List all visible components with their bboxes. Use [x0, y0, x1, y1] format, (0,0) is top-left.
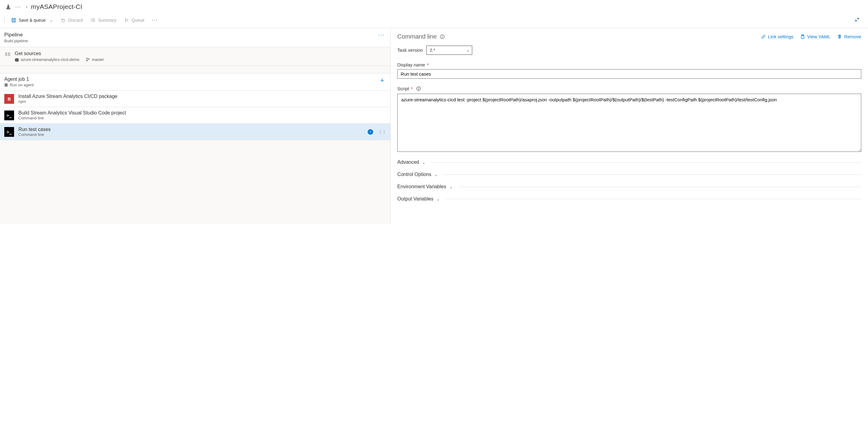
toolbar-right [853, 15, 864, 25]
get-sources-row[interactable]: Get sources azure-streamanalytics-cicd-d… [0, 47, 390, 66]
script-textarea[interactable] [397, 94, 861, 152]
task-title: Build Stream Analytics Visual Studio Cod… [18, 110, 126, 116]
breadcrumb-title: myASAProject-CI [31, 3, 82, 10]
env-vars-label: Environment Variables [397, 184, 446, 189]
collapse-fullscreen-button[interactable] [853, 15, 861, 25]
list-icon [91, 18, 95, 23]
required-asterisk: * [427, 62, 429, 67]
display-name-label: Display name [397, 62, 425, 67]
branch-info: master [86, 57, 104, 62]
control-options-section-toggle[interactable]: Control Options ⌄ [397, 172, 861, 177]
remove-label: Remove [844, 34, 861, 39]
svg-point-3 [87, 60, 88, 61]
pipeline-header-row[interactable]: Pipeline Build pipeline ··· [0, 28, 390, 47]
env-vars-section-toggle[interactable]: Environment Variables ⌄ [397, 184, 861, 189]
trash-icon [837, 34, 842, 39]
link-settings-button[interactable]: Link settings [761, 34, 794, 39]
chevron-down-icon: ⌄ [48, 18, 53, 22]
task-subtitle: Command line [18, 132, 51, 137]
toolbar: Save & queue ⌄ Discard Summary Queue ··· [0, 15, 868, 28]
drag-handle[interactable]: ⋮⋮ [377, 131, 386, 133]
discard-button[interactable]: Discard [58, 16, 86, 25]
toolbar-more-button[interactable]: ··· [149, 16, 160, 25]
advanced-section-toggle[interactable]: Advanced ⌄ [397, 159, 861, 165]
summary-button[interactable]: Summary [88, 16, 119, 25]
task-title: Run test cases [18, 127, 51, 132]
save-queue-button[interactable]: Save & queue ⌄ [8, 16, 56, 25]
save-queue-label: Save & queue [19, 18, 45, 23]
agent-job-subtitle: Run on agent [10, 83, 34, 87]
chevron-down-icon: ⌄ [436, 197, 440, 201]
sources-icon [4, 51, 11, 58]
add-task-button[interactable]: + [378, 77, 386, 85]
task-version-value: 2.* [430, 48, 435, 53]
task-valid-check-icon: ✓ [368, 129, 373, 135]
section-line [431, 162, 861, 163]
commandline-icon: >_ [4, 127, 14, 137]
collapse-icon [855, 17, 860, 22]
get-sources-title: Get sources [15, 51, 104, 56]
required-asterisk: * [411, 86, 412, 91]
link-icon [761, 34, 766, 39]
section-line [458, 187, 861, 187]
clipboard-icon [800, 34, 805, 39]
agent-job-row[interactable]: Agent job 1 Run on agent + [0, 73, 390, 91]
task-subtitle: npm [18, 99, 118, 104]
output-vars-section-toggle[interactable]: Output Variables ⌄ [397, 196, 861, 202]
task-row-selected[interactable]: >_ Run test cases Command line ✓ ⋮⋮ [0, 124, 390, 140]
undo-icon [61, 18, 66, 23]
agent-job-title: Agent job 1 [4, 77, 34, 82]
view-yaml-button[interactable]: View YAML [800, 34, 830, 39]
breadcrumb-ellipsis[interactable]: ··· [14, 4, 22, 10]
remove-button[interactable]: Remove [837, 34, 861, 39]
info-icon[interactable] [440, 34, 445, 39]
control-options-label: Control Options [397, 172, 431, 177]
discard-label: Discard [68, 18, 83, 23]
toolbar-divider [4, 17, 5, 24]
svg-rect-1 [13, 21, 15, 22]
chevron-down-icon: ⌄ [466, 48, 469, 52]
section-line [445, 199, 861, 199]
repo-info: azure-streamanalytics-cicd-demo [15, 57, 79, 62]
save-icon [11, 18, 16, 23]
queue-button[interactable]: Queue [121, 16, 148, 25]
info-icon[interactable] [416, 86, 421, 91]
task-row[interactable]: n Install Azure Stream Analytics CI/CD p… [0, 91, 390, 107]
chevron-down-icon: ⌄ [422, 160, 426, 165]
queue-label: Queue [131, 18, 144, 23]
task-subtitle: Command line [18, 116, 126, 120]
pipeline-title: Pipeline [4, 32, 28, 38]
display-name-row: Display name * [397, 62, 861, 79]
svg-rect-5 [5, 84, 8, 85]
play-icon [124, 18, 129, 23]
server-icon [4, 83, 8, 87]
task-version-row: Task version 2.* ⌄ [397, 46, 861, 55]
task-version-label: Task version [397, 48, 423, 53]
branch-icon [86, 58, 90, 61]
task-version-select[interactable]: 2.* ⌄ [426, 46, 472, 55]
output-vars-label: Output Variables [397, 196, 433, 202]
link-settings-label: Link settings [768, 34, 794, 39]
script-label: Script [397, 86, 409, 91]
summary-label: Summary [98, 18, 116, 23]
svg-rect-0 [12, 18, 16, 22]
commandline-icon: >_ [4, 111, 14, 120]
panel-header: Command line Link settings View YAML [397, 33, 861, 40]
chevron-right-icon: › [25, 4, 28, 9]
breadcrumb: ··· › myASAProject-CI [0, 0, 868, 15]
script-row: Script * [397, 86, 861, 153]
advanced-label: Advanced [397, 159, 419, 165]
repo-name: azure-streamanalytics-cicd-demo [21, 57, 79, 62]
task-details-panel: Command line Link settings View YAML [391, 28, 868, 224]
pipeline-outline: Pipeline Build pipeline ··· Get sources … [0, 28, 391, 224]
task-row[interactable]: >_ Build Stream Analytics Visual Studio … [0, 107, 390, 124]
azure-devops-icon [15, 58, 19, 62]
display-name-input[interactable] [397, 69, 861, 79]
pipeline-icon [5, 4, 11, 9]
pipeline-more-button[interactable]: ··· [377, 32, 386, 38]
task-title: Install Azure Stream Analytics CI/CD pac… [18, 94, 118, 99]
branch-name: master [92, 57, 104, 62]
svg-rect-6 [5, 85, 8, 86]
npm-icon: n [4, 94, 14, 104]
chevron-down-icon: ⌄ [449, 184, 453, 189]
